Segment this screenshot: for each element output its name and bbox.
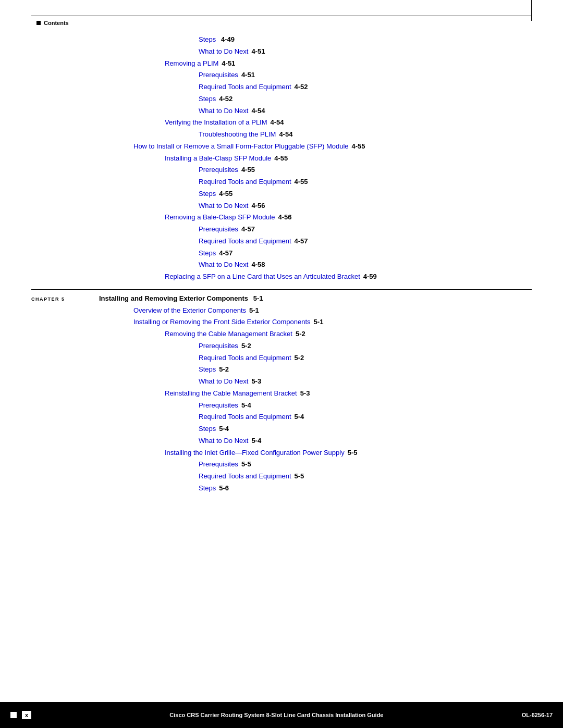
toc-link[interactable]: What to Do Next bbox=[199, 105, 248, 117]
toc-link[interactable]: Prerequisites bbox=[199, 340, 238, 352]
toc-page: 5-6 bbox=[219, 483, 229, 495]
toc-link[interactable]: Replacing a SFP on a Line Card that Uses… bbox=[165, 271, 360, 283]
toc-link[interactable]: Steps bbox=[199, 35, 216, 43]
toc-page: 4-57 bbox=[219, 248, 232, 260]
toc-entry: How to Install or Remove a Small Form-Fa… bbox=[133, 141, 532, 153]
toc-entry: Prerequisites 4-51 bbox=[199, 69, 532, 81]
toc-link[interactable]: Required Tools and Equipment bbox=[199, 411, 291, 423]
toc-page: 4-52 bbox=[219, 93, 232, 105]
right-border-line bbox=[531, 0, 532, 21]
toc-page: 5-2 bbox=[219, 364, 229, 376]
toc-link[interactable]: Overview of the Exterior Components bbox=[133, 305, 246, 317]
toc-link[interactable]: Required Tools and Equipment bbox=[199, 352, 291, 364]
toc-link[interactable]: What to Do Next bbox=[199, 435, 248, 447]
toc-page: 5-1 bbox=[314, 316, 324, 328]
toc-entry: Prerequisites 5-2 bbox=[199, 340, 532, 352]
toc-link[interactable]: Required Tools and Equipment bbox=[199, 81, 291, 93]
footer-page-ref: OL-6256-17 bbox=[522, 712, 553, 718]
toc-link[interactable]: Prerequisites bbox=[199, 459, 238, 471]
toc-page: 5-4 bbox=[219, 423, 229, 435]
top-border-line bbox=[31, 16, 532, 16]
toc-link[interactable]: Steps bbox=[199, 364, 216, 376]
toc-page: 5-5 bbox=[348, 447, 358, 459]
toc-link[interactable]: Prerequisites bbox=[199, 224, 238, 236]
toc-entry: Steps 5-4 bbox=[199, 423, 532, 435]
toc-link[interactable]: Steps bbox=[199, 93, 216, 105]
toc-link[interactable]: Removing a Bale-Clasp SFP Module bbox=[165, 212, 275, 224]
toc-entry: Required Tools and Equipment 4-55 bbox=[199, 176, 532, 188]
toc-link[interactable]: Prerequisites bbox=[199, 69, 238, 81]
toc-entry: Removing the Cable Management Bracket 5-… bbox=[165, 328, 532, 340]
toc-entry: Overview of the Exterior Components 5-1 bbox=[133, 305, 532, 317]
chapter5-title-link[interactable]: Installing and Removing Exterior Compone… bbox=[99, 294, 248, 302]
toc-page: 4-52 bbox=[295, 81, 308, 93]
toc-page: 4-49 bbox=[221, 35, 235, 43]
toc-entry: Verifying the Installation of a PLIM 4-5… bbox=[165, 117, 532, 129]
toc-entry: Steps 5-6 bbox=[199, 483, 532, 495]
footer: x Cisco CRS Carrier Routing System 8-Slo… bbox=[0, 702, 563, 728]
toc-page: 5-2 bbox=[241, 340, 251, 352]
toc-link[interactable]: Required Tools and Equipment bbox=[199, 236, 291, 248]
chapter5-label: CHAPTER 5 bbox=[31, 295, 99, 304]
toc-link[interactable]: Steps bbox=[199, 423, 216, 435]
toc-link[interactable]: What to Do Next bbox=[199, 200, 248, 212]
toc-page: 4-55 bbox=[219, 188, 232, 200]
toc-entry: Troubleshooting the PLIM 4-54 bbox=[199, 129, 532, 141]
toc-link[interactable]: What to Do Next bbox=[199, 376, 248, 388]
toc-page: 4-56 bbox=[251, 200, 265, 212]
footer-x-label: x bbox=[22, 711, 31, 719]
toc-page: 4-55 bbox=[274, 153, 288, 165]
toc-link[interactable]: Installing the Inlet Grille—Fixed Config… bbox=[165, 447, 345, 459]
toc-link[interactable]: Removing the Cable Management Bracket bbox=[165, 328, 292, 340]
toc-entry: Replacing a SFP on a Line Card that Uses… bbox=[165, 271, 532, 283]
main-content: Steps 4-49 What to Do Next 4-51 Removing… bbox=[31, 34, 532, 686]
chapter-divider bbox=[31, 289, 532, 290]
toc-link[interactable]: Required Tools and Equipment bbox=[199, 176, 291, 188]
toc-link[interactable]: Removing a PLIM bbox=[165, 58, 218, 70]
toc-link[interactable]: Prerequisites bbox=[199, 400, 238, 412]
toc-entry: Required Tools and Equipment 4-57 bbox=[199, 236, 532, 248]
toc-page: 4-55 bbox=[241, 164, 255, 176]
toc-entry: Required Tools and Equipment 5-4 bbox=[199, 411, 532, 423]
toc-entry: Steps 4-52 bbox=[199, 93, 532, 105]
toc-entry: What to Do Next 4-56 bbox=[199, 200, 532, 212]
toc-page: 4-58 bbox=[251, 259, 265, 271]
toc-page: 5-2 bbox=[296, 328, 305, 340]
toc-link[interactable]: What to Do Next bbox=[199, 259, 248, 271]
toc-page: 4-51 bbox=[222, 58, 235, 70]
toc-entry: Prerequisites 5-4 bbox=[199, 400, 532, 412]
toc-entry: What to Do Next 4-54 bbox=[199, 105, 532, 117]
toc-page: 4-56 bbox=[278, 212, 291, 224]
toc-page: 5-4 bbox=[241, 400, 251, 412]
toc-entry: Required Tools and Equipment 5-5 bbox=[199, 471, 532, 483]
toc-page: 4-54 bbox=[279, 129, 292, 141]
toc-link[interactable]: What to Do Next bbox=[199, 46, 248, 58]
toc-link[interactable]: Steps bbox=[199, 248, 216, 260]
toc-link[interactable]: Steps bbox=[199, 483, 216, 495]
toc-link[interactable]: Required Tools and Equipment bbox=[199, 471, 291, 483]
toc-page: 5-1 bbox=[249, 305, 259, 317]
contents-square-icon bbox=[36, 21, 41, 25]
contents-label: Contents bbox=[44, 20, 69, 26]
toc-link[interactable]: Verifying the Installation of a PLIM bbox=[165, 117, 267, 129]
toc-page: 5-4 bbox=[295, 411, 304, 423]
toc-entry: Steps 4-55 bbox=[199, 188, 532, 200]
toc-page: 4-55 bbox=[295, 176, 308, 188]
toc-link[interactable]: How to Install or Remove a Small Form-Fa… bbox=[133, 141, 349, 153]
toc-page: 5-2 bbox=[295, 352, 304, 364]
toc-entry: Removing a PLIM 4-51 bbox=[165, 58, 532, 70]
toc-link[interactable]: Installing a Bale-Clasp SFP Module bbox=[165, 153, 271, 165]
toc-link[interactable]: Steps bbox=[199, 188, 216, 200]
toc-page: 4-51 bbox=[251, 46, 265, 58]
toc-page: 4-57 bbox=[241, 224, 255, 236]
toc-entry: What to Do Next 4-58 bbox=[199, 259, 532, 271]
footer-left: x bbox=[10, 711, 31, 719]
toc-link[interactable]: Troubleshooting the PLIM bbox=[199, 129, 276, 141]
toc-link[interactable]: Reinstalling the Cable Management Bracke… bbox=[165, 388, 297, 400]
toc-link[interactable]: Prerequisites bbox=[199, 164, 238, 176]
footer-square-icon bbox=[10, 712, 17, 718]
toc-page: 4-51 bbox=[241, 69, 255, 81]
toc-entry: Installing or Removing the Front Side Ex… bbox=[133, 316, 532, 328]
toc-link[interactable]: Installing or Removing the Front Side Ex… bbox=[133, 316, 311, 328]
toc-page: 4-57 bbox=[295, 236, 308, 248]
